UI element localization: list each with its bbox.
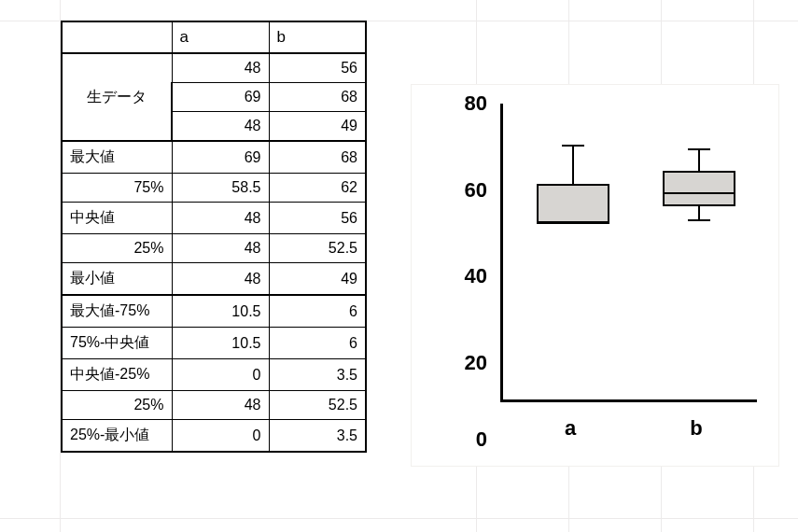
header-blank[interactable]: [62, 21, 172, 53]
stats-table[interactable]: a b 生データ 48 56 69 68 48 49 最大値 69 68 75%…: [61, 21, 367, 453]
whisker-lower: [698, 206, 700, 219]
whisker-cap-lower: [688, 219, 710, 221]
header-a[interactable]: a: [172, 21, 269, 53]
row-p25val-label[interactable]: 25%: [62, 391, 172, 420]
row-max-label[interactable]: 最大値: [62, 141, 172, 174]
boxplot-chart[interactable]: 80 60 40 20 0 a b: [411, 84, 779, 467]
row-max-p75-b[interactable]: 6: [269, 295, 366, 328]
row-p25val-b[interactable]: 52.5: [269, 391, 366, 420]
row-p75-label[interactable]: 75%: [62, 174, 172, 203]
row-med-p25-a[interactable]: 0: [172, 359, 269, 391]
row-med-p25-b[interactable]: 3.5: [269, 359, 366, 391]
row-max-a[interactable]: 69: [172, 141, 269, 174]
row-min-a[interactable]: 48: [172, 263, 269, 296]
xlabel-a: a: [565, 416, 576, 441]
raw-data-label[interactable]: 生データ: [62, 53, 172, 141]
row-p25val-a[interactable]: 48: [172, 391, 269, 420]
ytick-20: 20: [444, 351, 487, 375]
row-p25-min-b[interactable]: 3.5: [269, 420, 366, 453]
row-p75-med-b[interactable]: 6: [269, 328, 366, 359]
row-p25-label[interactable]: 25%: [62, 234, 172, 263]
row-p75-med-label[interactable]: 75%-中央値: [62, 328, 172, 359]
row-median-label[interactable]: 中央値: [62, 203, 172, 234]
box-a: [537, 184, 609, 223]
chart-inner: 80 60 40 20 0 a b: [444, 104, 762, 449]
row-max-p75-label[interactable]: 最大値-75%: [62, 295, 172, 328]
plot-area: [500, 104, 757, 402]
row-min-b[interactable]: 49: [269, 263, 366, 296]
ytick-80: 80: [444, 91, 487, 116]
row-max-b[interactable]: 68: [269, 141, 366, 174]
ytick-40: 40: [444, 264, 487, 288]
row-median-b[interactable]: 56: [269, 203, 366, 234]
row-max-p75-a[interactable]: 10.5: [172, 295, 269, 328]
row-p25-a[interactable]: 48: [172, 234, 269, 263]
ytick-0: 0: [444, 427, 487, 452]
whisker-upper: [572, 145, 574, 184]
whisker-cap-upper: [562, 145, 584, 147]
row-median-a[interactable]: 48: [172, 203, 269, 234]
row-p75-med-a[interactable]: 10.5: [172, 328, 269, 359]
raw-a-1[interactable]: 69: [172, 83, 269, 112]
median-a: [537, 222, 609, 224]
row-p75-b[interactable]: 62: [269, 174, 366, 203]
row-p25-min-label[interactable]: 25%-最小値: [62, 420, 172, 453]
row-min-label[interactable]: 最小値: [62, 263, 172, 296]
ytick-60: 60: [444, 178, 487, 203]
header-b[interactable]: b: [269, 21, 366, 53]
box-b: [663, 171, 735, 206]
xlabel-b: b: [690, 416, 702, 441]
row-p75-a[interactable]: 58.5: [172, 174, 269, 203]
row-p25-min-a[interactable]: 0: [172, 420, 269, 453]
raw-b-1[interactable]: 68: [269, 83, 366, 112]
raw-a-0[interactable]: 48: [172, 53, 269, 83]
row-med-p25-label[interactable]: 中央値-25%: [62, 359, 172, 391]
row-p25-b[interactable]: 52.5: [269, 234, 366, 263]
raw-a-2[interactable]: 48: [172, 112, 269, 142]
raw-b-2[interactable]: 49: [269, 112, 366, 142]
whisker-upper: [698, 148, 700, 171]
raw-b-0[interactable]: 56: [269, 53, 366, 83]
whisker-cap-upper: [688, 148, 710, 150]
median-b: [663, 192, 735, 194]
